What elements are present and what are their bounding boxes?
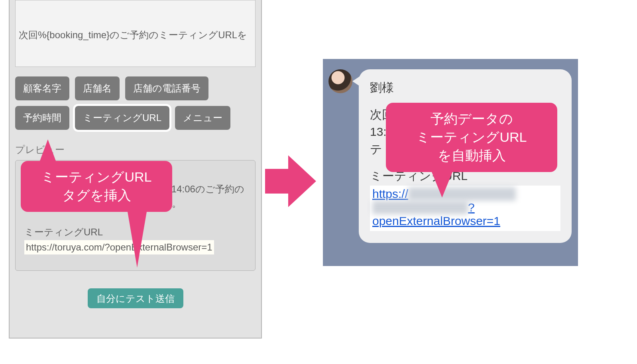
merge-tag-toolbar: 顧客名字 店舗名 店舗の電話番号 予約時間 ミーティングURL メニュー (15, 76, 256, 130)
tag-button-shop-phone[interactable]: 店舗の電話番号 (125, 76, 208, 100)
tag-button-shop-name[interactable]: 店舗名 (75, 76, 120, 100)
chat-meeting-url-block[interactable]: https://xxxxxxxxxxxxxxxxxx xxxxxxxxxxxxx… (370, 186, 560, 231)
tag-button-menu[interactable]: メニュー (175, 106, 230, 130)
message-template-textarea[interactable]: 次回%{booking_time}のご予約のミーティングURLを お届けします。… (15, 0, 256, 67)
template-text: 次回%{booking_time}のご予約のミーティングURLを (19, 28, 252, 42)
annotation-callout-right: 予約データの ミーティングURL を自動挿入 (386, 103, 557, 172)
preview-meeting-url: https://toruya.com/?openExternalBrowser=… (24, 240, 214, 254)
avatar (328, 69, 352, 93)
annotation-text: 予約データの ミーティングURL を自動挿入 (416, 111, 527, 163)
send-test-button[interactable]: 自分にテスト送信 (88, 288, 183, 308)
chat-recipient-name: 劉様 (370, 79, 560, 96)
tag-button-customer-name[interactable]: 顧客名字 (15, 76, 69, 100)
tag-button-booking-time[interactable]: 予約時間 (15, 106, 69, 130)
annotation-callout-left: ミーティングURL タグを挿入 (21, 161, 172, 212)
tag-button-meeting-url[interactable]: ミーティングURL (75, 106, 169, 130)
arrow-icon (265, 155, 317, 207)
annotation-text: ミーティングURL タグを挿入 (41, 169, 151, 203)
